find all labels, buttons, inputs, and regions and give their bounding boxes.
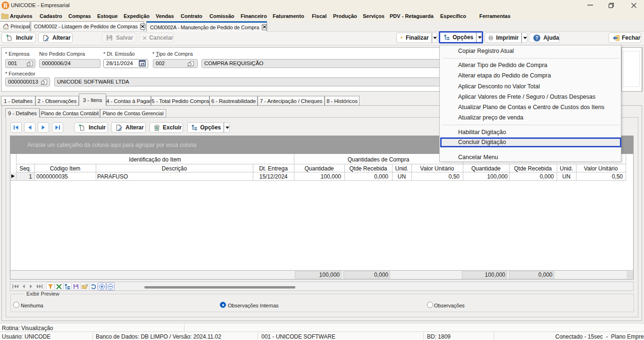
svg-text:?: ?: [535, 35, 538, 41]
svg-text:15: 15: [140, 62, 144, 66]
